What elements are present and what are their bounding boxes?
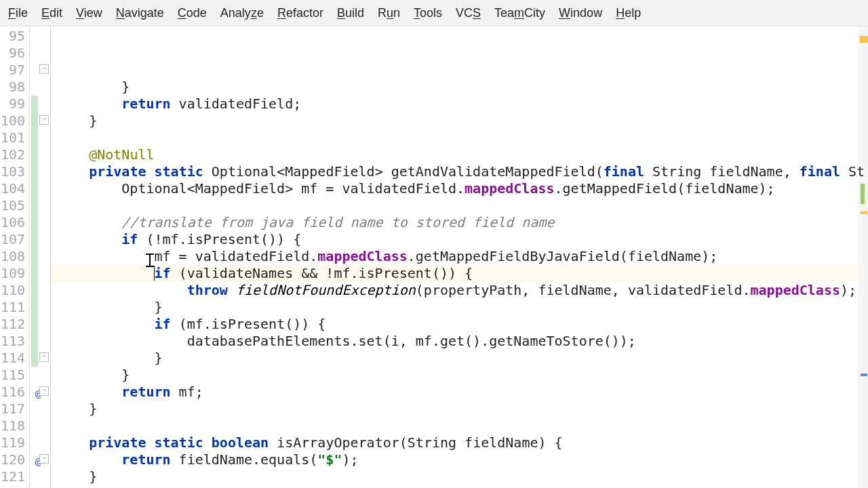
menu-item[interactable]: Navigate [109, 3, 171, 23]
fold-toggle-icon[interactable]: − [39, 115, 49, 125]
code-line[interactable]: private static Optional<MappedField> get… [56, 163, 868, 180]
menu-item[interactable]: VCS [449, 3, 488, 23]
code-line[interactable]: Optional<MappedField> mf = validatedFiel… [56, 180, 868, 197]
code-line[interactable]: } [56, 468, 868, 485]
code-line[interactable]: } [56, 113, 868, 129]
code-line[interactable]: if (validateNames && !mf.isPresent()) { [56, 265, 868, 282]
line-number: 95 [0, 28, 25, 45]
code-line[interactable]: } [56, 350, 868, 367]
menu-item[interactable]: Code [171, 3, 214, 23]
code-line[interactable]: @NotNull [56, 146, 868, 163]
code-line[interactable]: } [56, 367, 868, 384]
code-line[interactable] [56, 197, 868, 214]
line-number: 116 [0, 384, 25, 401]
code-area[interactable]: } return validatedField; } @NotNull priv… [51, 26, 868, 488]
error-stripe-marker[interactable] [860, 36, 868, 43]
line-number: 113 [0, 333, 25, 350]
line-number: 110 [0, 282, 25, 299]
code-line[interactable]: return mf; [56, 384, 868, 401]
menu-item[interactable]: Build [330, 3, 371, 23]
code-line[interactable]: } [56, 401, 868, 418]
code-line[interactable]: return validatedField; [56, 96, 868, 113]
code-line[interactable]: databasePathElements.set(i, mf.get().get… [56, 333, 868, 350]
line-number-gutter: 9596979899100101102103104105106107108109… [0, 26, 30, 488]
menu-item[interactable]: TeamCity [488, 3, 552, 23]
line-number: 99 [0, 96, 25, 113]
line-number: 105 [0, 197, 25, 214]
code-line[interactable]: private static boolean isArrayOperator(S… [56, 434, 868, 451]
code-line[interactable]: return fieldName.equals("$"); [56, 451, 868, 468]
line-number: 98 [0, 79, 25, 96]
line-number: 104 [0, 180, 25, 197]
line-number: 109 [0, 265, 25, 282]
menu-item[interactable]: File [1, 3, 35, 23]
line-number: 103 [0, 163, 25, 180]
menubar: FileEditViewNavigateCodeAnalyzeRefactorB… [0, 0, 868, 26]
code-line[interactable]: } [56, 299, 868, 316]
code-line[interactable] [56, 418, 868, 434]
menu-item[interactable]: Tools [407, 3, 449, 23]
menu-item[interactable]: Refactor [271, 3, 330, 23]
fold-toggle-icon[interactable]: − [39, 454, 49, 464]
line-number: 119 [0, 434, 25, 451]
line-number: 107 [0, 231, 25, 248]
code-line[interactable] [56, 485, 868, 488]
fold-toggle-icon[interactable]: − [39, 64, 49, 74]
line-number: 102 [0, 146, 25, 163]
code-line[interactable]: if (mf.isPresent()) { [56, 316, 868, 333]
fold-toggle-icon[interactable]: − [39, 386, 49, 396]
code-line[interactable]: } [56, 79, 868, 96]
line-number: 121 [0, 468, 25, 485]
menu-item[interactable]: Window [552, 3, 609, 23]
line-number: 111 [0, 299, 25, 316]
code-line[interactable] [56, 129, 868, 146]
line-number: 114 [0, 350, 25, 367]
line-number: 96 [0, 45, 25, 62]
code-editor[interactable]: 9596979899100101102103104105106107108109… [0, 26, 868, 488]
menu-item[interactable]: Run [371, 3, 407, 23]
line-number: 120 [0, 451, 25, 468]
code-line[interactable]: //translate from java field name to stor… [56, 214, 868, 231]
line-number: 112 [0, 316, 25, 333]
menu-item[interactable]: View [69, 3, 109, 23]
code-line[interactable]: throw fieldNotFoundException(propertyPat… [56, 282, 868, 299]
menu-item[interactable]: Help [609, 3, 648, 23]
line-number: 100 [0, 113, 25, 129]
fold-toggle-icon[interactable]: − [39, 352, 49, 362]
line-number: 118 [0, 418, 25, 434]
line-number: 117 [0, 401, 25, 418]
menu-item[interactable]: Edit [35, 3, 69, 23]
line-number: 106 [0, 214, 25, 231]
vcs-change-strip [31, 96, 38, 367]
change-bar: @@−−−−− [30, 26, 51, 488]
code-line[interactable]: mf = validatedField.mappedClass.getMappe… [56, 248, 868, 265]
menu-item[interactable]: Analyze [214, 3, 271, 23]
line-number: 115 [0, 367, 25, 384]
code-line[interactable]: if (!mf.isPresent()) { [56, 231, 868, 248]
line-number: 101 [0, 129, 25, 146]
line-number: 97 [0, 62, 25, 79]
line-number: 108 [0, 248, 25, 265]
